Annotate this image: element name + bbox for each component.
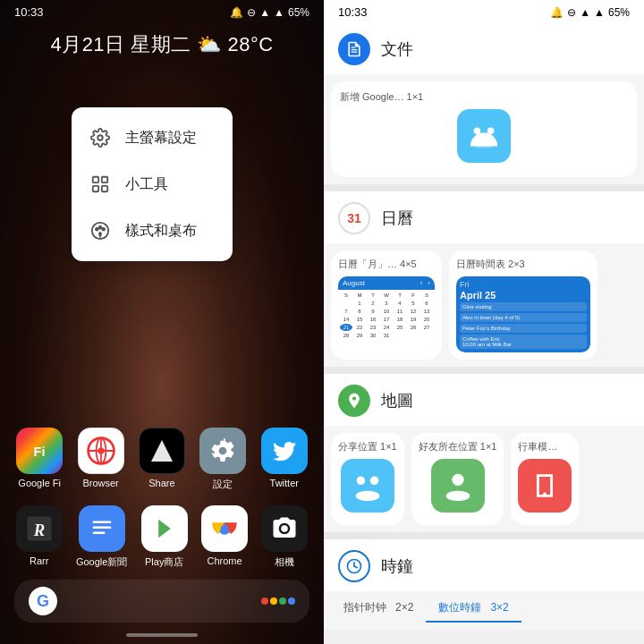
cal-date: 31: [380, 332, 393, 339]
home-bar: [126, 633, 198, 637]
browser-label: Browser: [82, 478, 118, 488]
cal-day: T: [394, 292, 406, 299]
calendar-month-card[interactable]: 日曆「月」… 4×5 August ‹ › S M T W T: [331, 250, 442, 360]
right-dnd-icon: ⊖: [567, 6, 576, 19]
svg-point-38: [544, 493, 547, 496]
google-g-icon[interactable]: G: [29, 587, 57, 615]
rarr-label: Rarr: [30, 555, 48, 566]
app-settings[interactable]: 設定: [199, 428, 246, 491]
settings-icon: [199, 428, 246, 474]
cal-date: 10: [380, 308, 393, 315]
cal-date: 20: [420, 316, 433, 323]
agenda-item-1: Gina visiting: [460, 302, 587, 311]
cal-next-icon[interactable]: ›: [428, 279, 430, 287]
share-icon: [139, 428, 185, 474]
calendar-agenda-card[interactable]: 日曆時間表 2×3 Fri April 25 Gina visiting Ale…: [449, 250, 597, 360]
mic-dots: [261, 597, 295, 605]
maps-header: 地圖: [324, 374, 644, 426]
svg-point-36: [452, 474, 463, 486]
svg-point-8: [102, 228, 105, 231]
context-menu: 主螢幕設定 小工具: [72, 107, 233, 261]
svg-point-28: [221, 525, 229, 533]
cal-month-label: 日曆「月」… 4×5: [338, 258, 435, 271]
clock-tab-digital[interactable]: 數位時鐘 3×2: [426, 595, 521, 623]
svg-rect-21: [92, 526, 110, 529]
news-icon: [79, 505, 125, 552]
documents-app-name: 文件: [381, 38, 413, 60]
cal-day: M: [353, 292, 366, 299]
maps-friends-card[interactable]: 好友所在位置 1×1: [411, 433, 504, 525]
cal-prev-icon[interactable]: ‹: [420, 279, 423, 287]
left-status-icons: 🔔 ⊖ ▲ ▲ 65%: [230, 6, 309, 19]
clock-tab-analog-size: [389, 601, 392, 614]
maps-app-icon: [338, 385, 370, 417]
maps-friends-placeholder: [431, 459, 485, 513]
cal-month-title: August: [343, 279, 365, 287]
cal-agenda-preview: Fri April 25 Gina visiting Alex in town …: [456, 276, 590, 352]
maps-section: 地圖 分享位置 1×1 好友所在位置 1×1: [324, 374, 644, 532]
app-camera[interactable]: 相機: [261, 505, 308, 569]
cal-day: F: [407, 292, 419, 299]
divider-3: [324, 532, 644, 539]
documents-widget-card[interactable]: 新增 Google… 1×1: [331, 81, 637, 177]
calendar-app-name: 日曆: [381, 208, 413, 229]
app-news[interactable]: Google新聞: [76, 505, 127, 569]
agenda-day: Fri: [460, 280, 587, 289]
svg-rect-22: [92, 531, 105, 534]
app-play[interactable]: Play商店: [141, 505, 188, 569]
app-google-fi[interactable]: Fi Google Fi: [16, 428, 63, 491]
camera-label: 相機: [275, 555, 294, 569]
app-row-2: R Rarr Google新聞: [0, 498, 324, 576]
maps-widget-row: 分享位置 1×1 好友所在位置 1×1: [324, 426, 644, 525]
maps-drive-card[interactable]: 行車模…: [511, 433, 579, 525]
vibrate-icon: 🔔: [230, 6, 243, 19]
documents-header: 文件: [324, 22, 644, 74]
app-twitter[interactable]: Twitter: [261, 428, 308, 491]
google-fi-icon: Fi: [16, 428, 63, 474]
battery-text: 65%: [288, 6, 309, 19]
menu-wallpaper[interactable]: 樣式和桌布: [72, 208, 233, 254]
cal-date: 25: [394, 324, 406, 331]
search-dock-bar[interactable]: G: [14, 580, 309, 623]
twitter-label: Twitter: [270, 478, 299, 488]
cal-date: 26: [407, 324, 419, 331]
cal-day: T: [367, 292, 379, 299]
agenda-item-4: Coffee with Eric10:00 am at Milk Bar: [460, 335, 587, 349]
dot-green: [279, 597, 286, 605]
maps-share-card[interactable]: 分享位置 1×1: [331, 433, 404, 525]
google-search-bar[interactable]: G: [29, 587, 295, 615]
rarr-icon: R: [16, 505, 63, 552]
app-share[interactable]: Share: [139, 428, 185, 491]
app-browser[interactable]: Browser: [78, 428, 124, 491]
cal-date: [340, 300, 352, 307]
svg-rect-1: [93, 177, 98, 182]
date-widget: 4月21日 星期二 ⛅ 28°C: [0, 31, 324, 58]
app-chrome[interactable]: Chrome: [201, 505, 248, 569]
menu-widgets[interactable]: 小工具: [72, 161, 233, 208]
app-rarr[interactable]: R Rarr: [16, 505, 63, 569]
divider-1: [324, 184, 644, 191]
cal-date: 22: [353, 324, 366, 331]
menu-home-settings[interactable]: 主螢幕設定: [72, 114, 233, 161]
clock-header: 時鐘: [324, 539, 644, 591]
dot-red: [261, 597, 268, 605]
widgets-icon: [89, 174, 111, 195]
clock-tab-analog[interactable]: 指针时钟 2×2: [331, 595, 426, 623]
cal-agenda-label: 日曆時間表 2×3: [456, 258, 590, 271]
cal-date: 9: [367, 308, 379, 315]
clock-tab-analog-size-val: 2×2: [395, 601, 413, 614]
calendar-section: 31 日曆 日曆「月」… 4×5 August ‹ › S: [324, 191, 644, 367]
signal-icon: ▲: [259, 6, 270, 19]
svg-marker-16: [151, 440, 173, 462]
cal-date: 7: [340, 308, 352, 315]
svg-point-37: [445, 491, 470, 501]
clock-section: 時鐘 指针时钟 2×2 數位時鐘 3×2: [324, 539, 644, 630]
cal-date-today: 21: [340, 324, 352, 331]
agenda-item-3: Peter Fox's Birthday: [460, 324, 587, 333]
svg-rect-32: [476, 134, 493, 148]
svg-point-33: [357, 477, 366, 486]
home-indicator: [0, 626, 324, 644]
cal-date: 14: [340, 316, 352, 323]
cal-day: S: [340, 292, 352, 299]
right-status-icons: 🔔 ⊖ ▲ ▲ 65%: [550, 6, 630, 19]
